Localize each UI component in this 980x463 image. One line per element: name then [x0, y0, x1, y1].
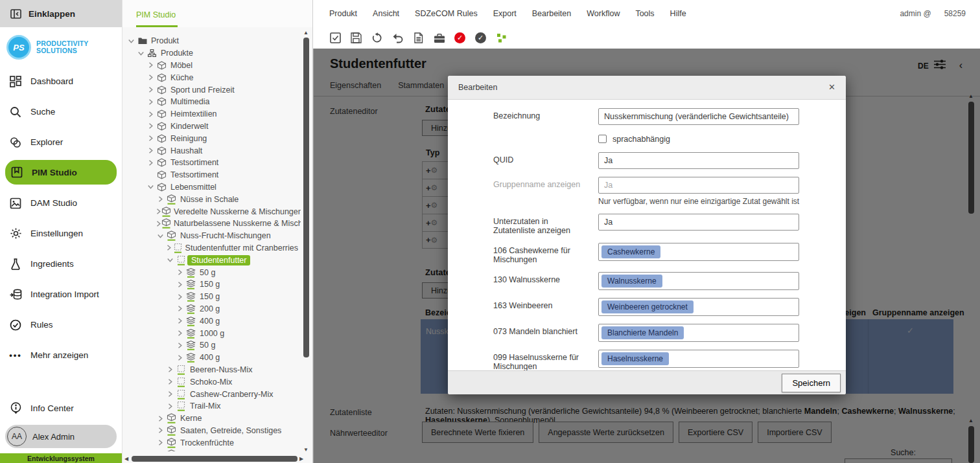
- sidebar-item-explorer[interactable]: Explorer: [0, 127, 122, 157]
- tree-node[interactable]: Zucker: [122, 449, 301, 451]
- chevron-right-icon[interactable]: [165, 391, 175, 397]
- menu-bearbeiten[interactable]: Bearbeiten: [532, 9, 571, 18]
- tree-node[interactable]: Reinigung: [122, 132, 301, 144]
- chevron-right-icon[interactable]: [165, 245, 173, 251]
- chevron-right-icon[interactable]: [156, 196, 165, 202]
- tree-scroll-left-icon[interactable]: ◀: [124, 457, 128, 462]
- zutat-106-input[interactable]: Cashewkerne: [598, 243, 799, 261]
- undo-icon[interactable]: [391, 32, 404, 44]
- sidebar-item-einstellungen[interactable]: Einstellungen: [0, 218, 122, 249]
- chevron-right-icon[interactable]: [175, 330, 185, 336]
- ingredient-tag[interactable]: Weinbeeren getrocknet: [601, 300, 694, 313]
- validation-ok-icon[interactable]: ✓: [474, 32, 487, 44]
- gruppenname-anzeigen-input[interactable]: [598, 177, 799, 194]
- chevron-right-icon[interactable]: [175, 343, 185, 348]
- chevron-right-icon[interactable]: [175, 306, 185, 311]
- menu-ansicht[interactable]: Ansicht: [373, 9, 399, 18]
- save-icon[interactable]: [350, 32, 362, 44]
- tree-node[interactable]: 200 g: [122, 303, 301, 315]
- tree-node[interactable]: 400 g: [122, 315, 301, 327]
- sidebar-item-dam-studio[interactable]: DAM Studio: [0, 188, 122, 218]
- tree-node[interactable]: Testsortiment: [122, 169, 301, 181]
- ingredient-tag[interactable]: Cashewkerne: [601, 245, 660, 258]
- collapse-sidebar-button[interactable]: Einklappen: [0, 0, 122, 27]
- tree-node[interactable]: Produkte: [122, 47, 301, 60]
- chevron-right-icon[interactable]: [175, 355, 185, 361]
- tree-node[interactable]: Multimedia: [122, 96, 301, 108]
- tree-node[interactable]: 50 g: [122, 266, 301, 278]
- chevron-right-icon[interactable]: [146, 123, 156, 129]
- tree-node[interactable]: 150 g: [122, 278, 301, 291]
- zutat-130-input[interactable]: Walnusskerne: [598, 272, 799, 290]
- zutat-163-input[interactable]: Weinbeeren getrocknet: [598, 298, 799, 316]
- chevron-right-icon[interactable]: [146, 74, 156, 80]
- tree-node[interactable]: Veredelte Nusskerne & Mischungen: [122, 205, 301, 218]
- tree-node[interactable]: Cashew-Cranberry-Mix: [122, 388, 301, 400]
- tree-node[interactable]: Beeren-Nuss-Mix: [122, 364, 301, 376]
- tree-node[interactable]: Saaten, Getreide, Sonstiges: [122, 425, 301, 437]
- sidebar-item-ingredients[interactable]: Ingredients: [0, 249, 122, 279]
- chevron-down-icon[interactable]: [126, 38, 136, 44]
- structure-icon[interactable]: [495, 32, 508, 44]
- zutat-099-input[interactable]: Haselnusskerne: [598, 350, 799, 368]
- tree-node[interactable]: Studentenfutter mit Cranberries: [122, 242, 301, 254]
- tree-node[interactable]: Kinderwelt: [122, 120, 301, 133]
- menu-workflow[interactable]: Workflow: [587, 9, 620, 18]
- tree-node[interactable]: 400 g: [122, 352, 301, 364]
- tree-node[interactable]: Kerne: [122, 412, 301, 425]
- chevron-right-icon[interactable]: [165, 367, 175, 372]
- save-button[interactable]: Speichern: [782, 374, 841, 392]
- chevron-down-icon[interactable]: [156, 233, 165, 239]
- tree-node[interactable]: Schoko-Mix: [122, 376, 301, 388]
- chevron-right-icon[interactable]: [165, 403, 175, 409]
- chevron-right-icon[interactable]: [146, 135, 156, 141]
- tree-node[interactable]: Heimtextilien: [122, 108, 301, 120]
- tree-node[interactable]: Küche: [122, 71, 301, 84]
- tree-scroll-down-icon[interactable]: ▼: [303, 447, 309, 453]
- ingredient-tag[interactable]: Blanchierte Mandeln: [601, 326, 684, 339]
- sidebar-item-info-center[interactable]: Info Center: [0, 395, 122, 421]
- tree-node[interactable]: Trockenfrüchte: [122, 436, 301, 449]
- ingredient-tag[interactable]: Haselnusskerne: [601, 352, 669, 365]
- chevron-right-icon[interactable]: [175, 269, 185, 275]
- document-icon[interactable]: [412, 32, 425, 44]
- chevron-right-icon[interactable]: [146, 99, 156, 105]
- user-menu[interactable]: AA Alex Admin: [5, 425, 117, 448]
- tree-node[interactable]: Nüsse in Schale: [122, 193, 301, 205]
- tree-node[interactable]: Nuss-Frucht-Mischungen: [122, 230, 301, 242]
- tree-node[interactable]: 150 g: [122, 291, 301, 303]
- chevron-right-icon[interactable]: [175, 318, 185, 324]
- tree-node[interactable]: Studentenfutter: [122, 254, 301, 266]
- tree-node[interactable]: Trail-Mix: [122, 400, 301, 412]
- toolbox-icon[interactable]: [433, 32, 445, 44]
- refresh-icon[interactable]: [371, 32, 383, 44]
- chevron-right-icon[interactable]: [156, 209, 161, 214]
- sidebar-item-integration-import[interactable]: Integration Import: [0, 279, 122, 310]
- sidebar-item-pim-studio[interactable]: PIM Studio: [5, 160, 117, 185]
- tree-node[interactable]: 1000 g: [122, 327, 301, 339]
- tree-node[interactable]: Sport und Freizeit: [122, 84, 301, 96]
- tree-vertical-scrollbar[interactable]: [303, 38, 309, 357]
- tree-scroll-right-icon[interactable]: ▶: [299, 457, 303, 462]
- close-icon[interactable]: ✕: [828, 82, 835, 92]
- chevron-right-icon[interactable]: [156, 440, 165, 446]
- chevron-right-icon[interactable]: [156, 221, 161, 227]
- tree-node[interactable]: Naturbelassene Nusskerne & Mischungen: [122, 218, 301, 230]
- chevron-down-icon[interactable]: [146, 184, 156, 190]
- validation-error-icon[interactable]: ✓: [454, 32, 466, 44]
- tree-scroll-up-icon[interactable]: ▲: [303, 30, 309, 36]
- menu-export[interactable]: Export: [493, 9, 517, 18]
- tree-node[interactable]: Produkt: [122, 35, 301, 47]
- menu-tools[interactable]: Tools: [635, 9, 654, 18]
- chevron-right-icon[interactable]: [146, 148, 156, 153]
- chevron-right-icon[interactable]: [146, 62, 156, 68]
- chevron-right-icon[interactable]: [146, 160, 156, 166]
- chevron-right-icon[interactable]: [146, 111, 156, 117]
- zutat-073-input[interactable]: Blanchierte Mandeln: [598, 324, 799, 342]
- tree-node[interactable]: 50 g: [122, 339, 301, 352]
- ingredient-tag[interactable]: Walnusskerne: [601, 275, 662, 288]
- chevron-right-icon[interactable]: [156, 427, 165, 433]
- chevron-right-icon[interactable]: [175, 282, 185, 288]
- chevron-down-icon[interactable]: [136, 51, 146, 56]
- tree-node[interactable]: Haushalt: [122, 144, 301, 157]
